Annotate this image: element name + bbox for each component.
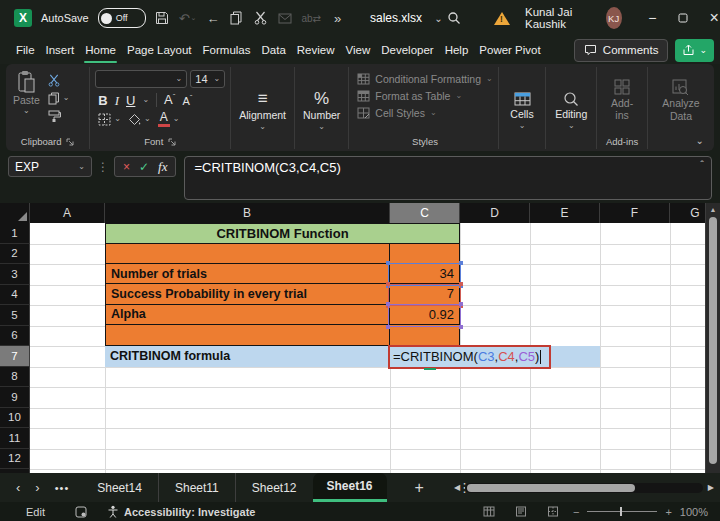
vertical-scrollbar-thumb[interactable]: [709, 217, 717, 464]
accessibility-status[interactable]: Accessibility: Investigate: [107, 505, 255, 518]
tab-home[interactable]: Home: [85, 44, 116, 56]
copy-button[interactable]: ⌄: [48, 91, 70, 105]
row-header-6[interactable]: 6: [0, 326, 30, 347]
insert-function-icon[interactable]: fx: [158, 159, 167, 175]
column-header-d[interactable]: D: [460, 203, 530, 223]
page-break-view-icon[interactable]: [547, 506, 559, 517]
font-dialog-launcher-icon[interactable]: [168, 138, 176, 146]
column-header-e[interactable]: E: [530, 203, 600, 223]
copy-icon[interactable]: [229, 8, 244, 28]
row-6-cells[interactable]: [106, 325, 459, 345]
cancel-icon[interactable]: ×: [123, 160, 130, 174]
tab-page-layout[interactable]: Page Layout: [127, 44, 192, 56]
tab-view[interactable]: View: [346, 44, 371, 56]
bold-button[interactable]: B: [98, 94, 107, 107]
row-header-12[interactable]: 12: [0, 449, 30, 470]
cells-area[interactable]: CRITBINOM Function Number of trials 34 S…: [30, 223, 705, 473]
all-sheets-icon[interactable]: •••: [55, 482, 70, 494]
tab-insert[interactable]: Insert: [46, 44, 75, 56]
user-name[interactable]: Kunal Jai Kaushik: [525, 6, 591, 30]
underline-chevron-icon[interactable]: ⌄: [142, 96, 149, 104]
cut-icon[interactable]: [253, 8, 268, 28]
back-arrow-icon[interactable]: ←: [205, 8, 220, 28]
avatar[interactable]: KJ: [606, 7, 622, 29]
italic-button[interactable]: I: [115, 94, 119, 107]
row-2-cells[interactable]: [106, 244, 459, 264]
row-header-4[interactable]: 4: [0, 285, 30, 306]
number-button[interactable]: % Number ⌄: [300, 87, 343, 131]
column-header-f[interactable]: F: [600, 203, 670, 223]
sheet-tab-sheet14[interactable]: Sheet14: [81, 473, 158, 502]
macro-record-icon[interactable]: [75, 506, 87, 518]
tab-power-pivot[interactable]: Power Pivot: [479, 44, 540, 56]
share-button[interactable]: ⌄: [675, 39, 714, 62]
collapse-formula-bar-icon[interactable]: ˆ: [700, 159, 704, 171]
tab-review[interactable]: Review: [297, 44, 335, 56]
row-header-8[interactable]: 8: [0, 367, 30, 388]
vertical-scrollbar[interactable]: ▲: [705, 203, 720, 473]
row-header-1[interactable]: 1: [0, 223, 30, 244]
tab-formulas[interactable]: Formulas: [203, 44, 251, 56]
cell-b7-label[interactable]: CRITBINOM formula: [105, 349, 390, 363]
underline-button[interactable]: U: [126, 94, 135, 107]
tab-help[interactable]: Help: [445, 44, 469, 56]
zoom-slider-thumb[interactable]: [620, 507, 622, 516]
sheet-tab-sheet11[interactable]: Sheet11: [158, 473, 235, 502]
autosave-toggle[interactable]: Off: [98, 8, 146, 28]
horizontal-scrollbar[interactable]: ◀ ▶: [454, 481, 714, 494]
zoom-in-icon[interactable]: +: [665, 506, 671, 518]
minimize-button[interactable]: −: [645, 10, 661, 26]
active-formula-cell-c7[interactable]: =CRITBINOM(C3,C4,C5): [388, 345, 551, 369]
row-header-10[interactable]: 10: [0, 408, 30, 429]
previous-sheet-icon[interactable]: ‹: [16, 480, 20, 495]
format-painter-button[interactable]: [48, 109, 70, 123]
scroll-up-arrow-icon[interactable]: ▲: [706, 203, 720, 216]
row-header-9[interactable]: 9: [0, 387, 30, 408]
normal-view-icon[interactable]: [483, 506, 495, 517]
row-header-2[interactable]: 2: [0, 244, 30, 265]
increase-font-size-button[interactable]: Aˆ: [164, 93, 175, 106]
sheet-tab-sheet16[interactable]: Sheet16: [313, 473, 387, 502]
horizontal-scrollbar-thumb[interactable]: [467, 484, 635, 492]
cells-button[interactable]: Cells ⌄: [507, 89, 536, 130]
row-header-3[interactable]: 3: [0, 264, 30, 285]
cell-b3-label[interactable]: Number of trials: [106, 264, 390, 283]
cell-b4-label[interactable]: Success Probability in every trial: [106, 284, 390, 303]
column-header-c[interactable]: C: [390, 203, 460, 223]
file-name[interactable]: sales.xlsx: [370, 11, 422, 25]
scroll-right-arrow-icon[interactable]: ▶: [708, 483, 714, 492]
zoom-level[interactable]: 100%: [680, 506, 708, 518]
select-all-corner[interactable]: [0, 203, 30, 223]
scroll-left-arrow-icon[interactable]: ◀: [454, 483, 460, 492]
collapse-ribbon-chevron-icon[interactable]: ⌄: [696, 135, 704, 146]
warning-icon[interactable]: !: [494, 12, 510, 25]
row-header-7[interactable]: 7: [0, 346, 30, 367]
zoom-out-icon[interactable]: −: [573, 506, 579, 518]
cut-button[interactable]: [48, 73, 70, 87]
save-icon[interactable]: [155, 8, 170, 28]
sheet-tab-sheet12[interactable]: Sheet12: [235, 473, 313, 502]
page-layout-view-icon[interactable]: [515, 506, 527, 517]
maximize-button[interactable]: [675, 13, 691, 23]
filename-chevron-icon[interactable]: ⌄: [431, 8, 446, 28]
tab-file[interactable]: File: [16, 44, 35, 56]
alignment-button[interactable]: ≡ Alignment ⌄: [236, 87, 289, 131]
more-commands-icon[interactable]: »: [330, 8, 345, 28]
fill-color-button[interactable]: ⌄: [128, 112, 151, 126]
column-header-a[interactable]: A: [30, 203, 105, 223]
tab-developer[interactable]: Developer: [381, 44, 433, 56]
zoom-slider[interactable]: [587, 511, 657, 512]
clipboard-dialog-launcher-icon[interactable]: [66, 138, 74, 146]
horizontal-scrollbar-track[interactable]: [465, 483, 703, 493]
paste-button[interactable]: Paste ⌄: [13, 70, 40, 123]
row-header-5[interactable]: 5: [0, 305, 30, 326]
cell-b1-title[interactable]: CRITBINOM Function: [105, 223, 460, 244]
borders-button[interactable]: ⌄: [98, 112, 121, 126]
font-name-combobox[interactable]: ⌄: [95, 70, 187, 88]
search-icon[interactable]: [446, 8, 461, 28]
close-button[interactable]: ×: [706, 9, 720, 27]
font-size-combobox[interactable]: 14⌄: [190, 70, 225, 88]
tab-data[interactable]: Data: [262, 44, 286, 56]
name-box[interactable]: EXP ⌄: [8, 156, 92, 177]
row-header-11[interactable]: 11: [0, 428, 30, 449]
